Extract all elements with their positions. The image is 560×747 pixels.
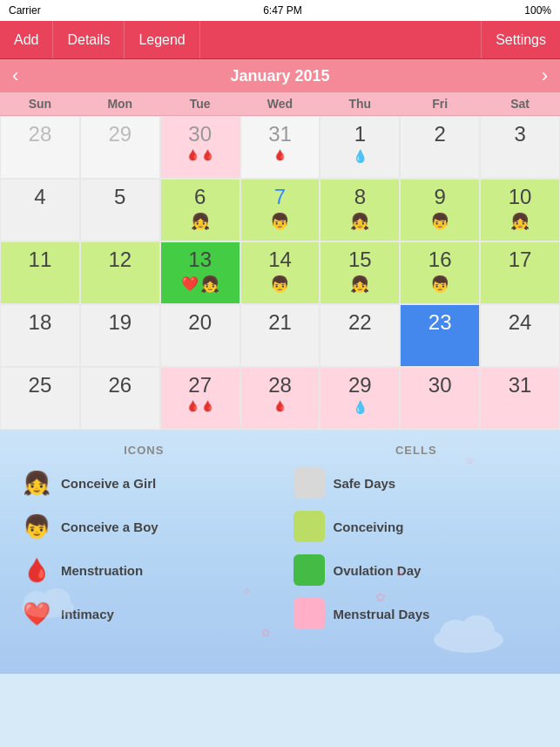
cell-icons: 🩸🩸 — [186, 149, 214, 161]
month-header: ‹ January 2015 › — [0, 59, 560, 92]
legend-button[interactable]: Legend — [125, 21, 199, 58]
cell-icons: 🩸 — [273, 149, 287, 161]
boy-label: Conceive a Boy — [61, 520, 159, 534]
day-headers: Sun Mon Tue Wed Thu Fri Sat — [0, 92, 560, 116]
day-header-fri: Fri — [400, 92, 480, 115]
toolbar: Add Details Legend Settings — [0, 21, 560, 59]
calendar-cell[interactable]: 23 — [400, 304, 480, 367]
calendar-cell[interactable]: 5 — [80, 179, 160, 241]
details-button[interactable]: Details — [53, 21, 125, 58]
icons-legend: ICONS 👧 Conceive a Girl 👦 Conceive a Boy… — [21, 444, 267, 660]
calendar-cell[interactable]: 20 — [160, 304, 240, 367]
legend-ovulation: Ovulation Day — [293, 554, 540, 586]
cell-icons: 👦 — [270, 212, 289, 231]
cell-icons: 👧 — [191, 212, 210, 231]
cell-icons: 👦 — [430, 275, 449, 294]
cell-icons: 💧 — [353, 149, 368, 163]
svg-point-5 — [43, 588, 71, 613]
legend-boy: 👦 Conceive a Boy — [21, 511, 267, 542]
ovulation-label: Ovulation Day — [334, 563, 422, 578]
legend-section: ✿ ✿ ✿ ✿ ✿ ICONS 👧 Conceive a Girl 👦 Conc… — [0, 430, 560, 674]
prev-month-button[interactable]: ‹ — [12, 65, 18, 87]
calendar-cell[interactable]: 11 — [0, 241, 80, 304]
calendar-cell[interactable]: 28 — [0, 116, 80, 179]
calendar-cell[interactable]: 22 — [320, 304, 400, 367]
calendar-cell[interactable]: 30🩸🩸 — [160, 116, 240, 179]
calendar-cell[interactable]: 31🩸 — [240, 116, 320, 179]
day-header-thu: Thu — [320, 92, 400, 115]
menstrual-swatch — [293, 598, 325, 629]
calendar-cell[interactable]: 7👦 — [240, 179, 320, 241]
girl-icon: 👧 — [21, 467, 52, 499]
calendar-cell[interactable]: 3 — [480, 116, 560, 179]
cell-icons: ❤️ 👧 — [181, 275, 219, 294]
day-header-sun: Sun — [0, 92, 80, 115]
calendar-cell[interactable]: 29💧 — [320, 367, 400, 430]
conceiving-swatch — [293, 511, 325, 542]
legend-menstruation: 🩸 Menstruation — [21, 554, 267, 586]
menstruation-icon: 🩸 — [21, 554, 52, 586]
calendar-cell[interactable]: 15👧 — [320, 241, 400, 304]
svg-point-2 — [460, 615, 495, 647]
day-header-wed: Wed — [240, 92, 320, 115]
calendar-cell[interactable]: 6👧 — [160, 179, 240, 241]
legend-conceiving: Conceiving — [293, 511, 540, 542]
calendar-cell[interactable]: 1💧 — [320, 116, 400, 179]
next-month-button[interactable]: › — [542, 65, 548, 87]
day-header-tue: Tue — [160, 92, 240, 115]
time-label: 6:47 PM — [263, 4, 302, 17]
battery-label: 100% — [524, 4, 551, 17]
add-button[interactable]: Add — [0, 21, 53, 58]
calendar-cell[interactable]: 21 — [240, 304, 320, 367]
cell-icons: 👧 — [350, 212, 369, 231]
calendar-cell[interactable]: 19 — [80, 304, 160, 367]
cell-icons: 👧 — [510, 212, 530, 231]
safe-label: Safe Days — [334, 476, 396, 491]
calendar-cell[interactable]: 30 — [400, 367, 480, 430]
calendar-cell[interactable]: 14👦 — [240, 241, 320, 304]
cell-icons: 🩸 — [273, 400, 287, 412]
calendar-cell[interactable]: 26 — [80, 367, 160, 430]
calendar-cell[interactable]: 2 — [400, 116, 480, 179]
calendar-cell[interactable]: 17 — [480, 241, 560, 304]
calendar-cell[interactable]: 9👦 — [400, 179, 480, 241]
cell-icons: 🩸🩸 — [186, 400, 214, 412]
icons-title: ICONS — [21, 444, 267, 457]
boy-icon: 👦 — [21, 511, 52, 542]
cell-icons: 👦 — [430, 212, 449, 231]
menstruation-label: Menstruation — [61, 563, 143, 578]
conceiving-label: Conceiving — [334, 520, 404, 534]
calendar-cell[interactable]: 24 — [480, 304, 560, 367]
calendar-cell[interactable]: 18 — [0, 304, 80, 367]
day-header-sat: Sat — [480, 92, 560, 115]
ovulation-swatch — [293, 554, 325, 586]
cell-icons: 💧 — [353, 400, 368, 414]
calendar-cell[interactable]: 12 — [80, 241, 160, 304]
calendar-cell[interactable]: 4 — [0, 179, 80, 241]
safe-swatch — [293, 467, 325, 499]
calendar-cell[interactable]: 31 — [480, 367, 560, 430]
month-title: January 2015 — [230, 67, 329, 85]
girl-label: Conceive a Girl — [61, 476, 156, 491]
cell-icons: 👧 — [350, 275, 369, 294]
calendar-cell[interactable]: 10👧 — [480, 179, 560, 241]
calendar-cell[interactable]: 28🩸 — [240, 367, 320, 430]
status-bar: Carrier 6:47 PM 100% — [0, 0, 560, 21]
cell-icons: 👦 — [270, 275, 289, 294]
day-header-mon: Mon — [80, 92, 160, 115]
settings-button[interactable]: Settings — [481, 21, 560, 58]
calendar-cell[interactable]: 29 — [80, 116, 160, 179]
calendar-cell[interactable]: 13❤️ 👧 — [160, 241, 240, 304]
legend-girl: 👧 Conceive a Girl — [21, 467, 267, 499]
calendar-cell[interactable]: 16👦 — [400, 241, 480, 304]
calendar-cell[interactable]: 8👧 — [320, 179, 400, 241]
legend-safe: Safe Days — [293, 467, 540, 499]
menstrual-label: Menstrual Days — [334, 607, 430, 621]
calendar-grid: 282930🩸🩸31🩸1💧23456👧7👦8👧9👦10👧111213❤️ 👧14… — [0, 116, 560, 430]
cells-title: CELLS — [293, 444, 540, 457]
calendar-cell[interactable]: 25 — [0, 367, 80, 430]
calendar-cell[interactable]: 27🩸🩸 — [160, 367, 240, 430]
carrier-label: Carrier — [9, 4, 41, 17]
